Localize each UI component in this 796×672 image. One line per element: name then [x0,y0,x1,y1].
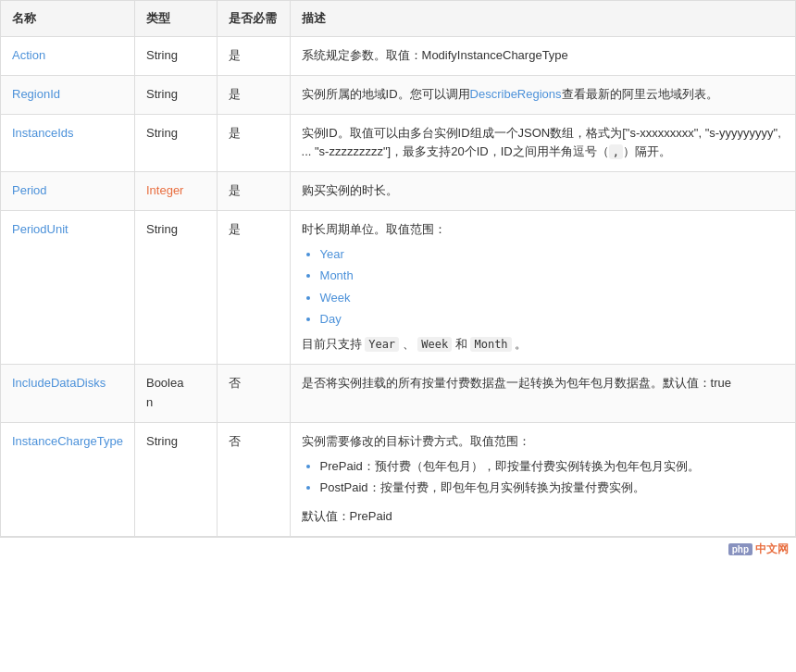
param-desc: 实例ID。取值可以由多台实例ID组成一个JSON数组，格式为["s-xxxxxx… [290,114,795,172]
param-required: 是 [218,210,290,364]
table-row: RegionId String 是 实例所属的地域ID。您可以调用Describ… [1,75,796,114]
param-name: IncludeDataDisks [1,365,135,423]
param-desc: 是否将实例挂载的所有按量付费数据盘一起转换为包年包月数据盘。默认值：true [290,365,795,423]
table-row: InstanceChargeType String 否 实例需要修改的目标计费方… [1,422,796,536]
param-name-link[interactable]: Action [12,48,45,62]
footer-note: 默认值：PrePaid [302,507,784,527]
list-item: Day [320,308,784,330]
param-name-link[interactable]: RegionId [12,87,60,101]
param-type: String [134,114,217,172]
value-list: Year Month Week Day [302,243,784,330]
param-type: Boolean [134,365,217,423]
param-required: 否 [218,422,290,536]
param-desc: 实例需要修改的目标计费方式。取值范围： PrePaid：预付费（包年包月），即按… [290,422,795,536]
param-required: 是 [218,172,290,211]
value-list: PrePaid：预付费（包年包月），即按量付费实例转换为包年包月实例。 Post… [302,455,784,499]
header-desc: 描述 [290,1,795,37]
param-type: String [134,210,217,364]
param-name: InstanceIds [1,114,135,172]
header-required: 是否必需 [218,1,290,37]
php-badge: php 中文网 [728,541,789,557]
table-row: InstanceIds String 是 实例ID。取值可以由多台实例ID组成一… [1,114,796,172]
param-name-link[interactable]: Period [12,183,47,197]
param-name-link[interactable]: InstanceIds [12,126,74,140]
param-name-link[interactable]: PeriodUnit [12,222,68,236]
param-name: RegionId [1,75,135,114]
php-icon: php [728,543,752,555]
param-desc: 系统规定参数。取值：ModifyInstanceChargeType [290,37,795,76]
bottom-bar: php 中文网 [0,537,796,561]
list-item: PrePaid：预付费（包年包月），即按量付费实例转换为包年包月实例。 [320,455,784,477]
param-name-link[interactable]: IncludeDataDisks [12,376,106,390]
cn-text: 中文网 [755,541,789,557]
header-type: 类型 [134,1,217,37]
param-required: 否 [218,365,290,423]
param-desc: 时长周期单位。取值范围： Year Month Week Day 目前只支持 Y… [290,210,795,364]
param-name: Action [1,37,135,76]
param-name: Period [1,172,135,211]
param-type: String [134,422,217,536]
param-name: PeriodUnit [1,210,135,364]
table-row: Period Integer 是 购买实例的时长。 [1,172,796,211]
list-item: Week [320,287,784,308]
param-type: String [134,37,217,76]
param-required: 是 [218,75,290,114]
table-row: PeriodUnit String 是 时长周期单位。取值范围： Year Mo… [1,210,796,364]
param-name: InstanceChargeType [1,422,135,536]
param-name-link[interactable]: InstanceChargeType [12,434,123,448]
param-desc: 购买实例的时长。 [290,172,795,211]
param-type: Integer [134,172,217,211]
param-required: 是 [218,37,290,76]
table-row: Action String 是 系统规定参数。取值：ModifyInstance… [1,37,796,76]
param-desc: 实例所属的地域ID。您可以调用DescribeRegions查看最新的阿里云地域… [290,75,795,114]
param-type: String [134,75,217,114]
header-name: 名称 [1,1,135,37]
footer-note: 目前只支持 Year 、 Week 和 Month 。 [302,335,784,355]
table-row: IncludeDataDisks Boolean 否 是否将实例挂载的所有按量付… [1,365,796,423]
param-required: 是 [218,114,290,172]
list-item: Year [320,243,784,265]
api-params-table: 名称 类型 是否必需 描述 Action String 是 系统规定参数。取值：… [0,0,796,561]
list-item: PostPaid：按量付费，即包年包月实例转换为按量付费实例。 [320,477,784,498]
describe-regions-link[interactable]: DescribeRegions [470,87,562,101]
list-item: Month [320,265,784,286]
